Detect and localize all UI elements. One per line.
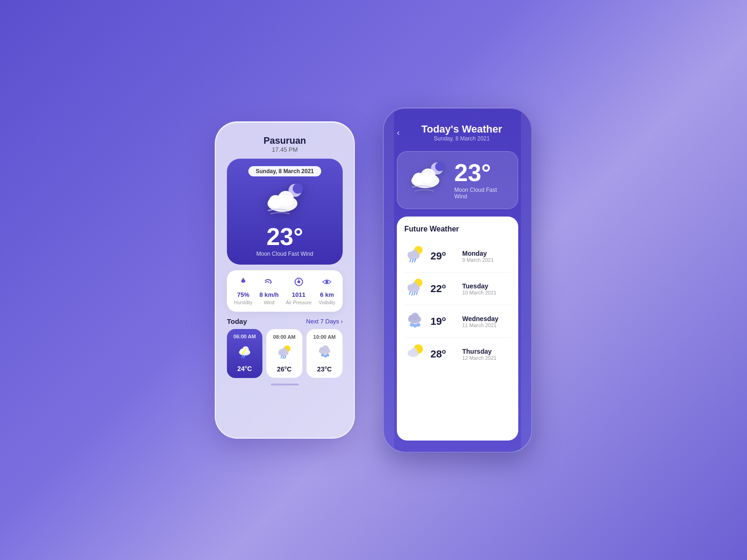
pressure-value: 1011 [292,291,305,298]
svg-point-43 [411,348,417,354]
forecast-date-2: 11 March 2021 [462,322,499,328]
forecast-info-2: Wednesday 11 March 2021 [462,315,499,328]
hourly-time-1: 08:00 AM [273,334,296,340]
phone-2: ‹ Today's Weather Sunday, 8 March 2021 [383,107,532,453]
future-card: Future Weather [397,217,518,441]
hourly-card-0[interactable]: 06:00 AM 24°C [227,329,262,378]
hourly-temp-0: 24°C [237,365,252,372]
forecast-info-0: Monday 9 March 2021 [462,250,493,263]
main-weather-icon [261,180,308,223]
svg-point-1 [293,183,303,194]
today-weather-icon [407,159,449,201]
svg-point-38 [413,324,417,328]
forecast-icon-2 [404,310,425,333]
forecast-date-3: 12 March 2021 [462,355,496,361]
home-indicator [271,384,299,385]
phones-container: Pasuruan 17.45 PM Sunday, 8 March 2021 [215,107,532,453]
svg-point-39 [416,323,420,327]
phone2-content: ‹ Today's Weather Sunday, 8 March 2021 [384,108,531,452]
forecast-day-1: Tuesday [462,282,496,290]
hourly-time-2: 10:00 AM [313,334,336,340]
svg-point-17 [322,345,329,352]
svg-point-37 [410,323,414,327]
today-temp: 23° [454,161,508,185]
city-time: 17.45 PM [263,146,306,153]
forecast-day-3: Thursday [462,348,496,355]
phone2-header: ‹ Today's Weather Sunday, 8 March 2021 [397,123,518,142]
svg-point-22 [435,162,444,171]
hourly-icon-1 [276,343,293,363]
main-desc: Moon Cloud Fast Wind [256,251,313,257]
forecast-info-1: Tuesday 10 March 2021 [462,282,496,295]
forecast-temp-1: 22o [430,282,457,295]
svg-point-6 [297,280,300,283]
forecast-date-1: 10 March 2021 [462,290,496,295]
stat-visibility: 6 km Visibility [318,277,335,305]
phone2-title-block: Today's Weather Sunday, 8 March 2021 [405,123,518,142]
wind-label: Wind [264,300,275,305]
main-temp: 23° [267,224,303,249]
stat-pressure: 1011 Air Pressure [286,277,311,305]
svg-point-29 [411,250,418,256]
humidity-label: Humidity [234,300,253,305]
today-weather-card: 23° Moon Cloud Fast Wind [397,151,518,209]
back-button[interactable]: ‹ [397,128,400,138]
hourly-card-1[interactable]: 08:00 AM 26°C [266,329,303,378]
forecast-icon-0 [404,245,425,267]
chevron-icon: › [341,318,343,325]
next7-link[interactable]: Next 7 Days › [306,318,343,325]
section-header: Today Next 7 Days › [227,317,343,325]
phone-1: Pasuruan 17.45 PM Sunday, 8 March 2021 [215,121,355,439]
forecast-temp-3: 28o [430,348,457,360]
svg-point-4 [278,191,294,207]
visibility-value: 6 km [320,291,334,298]
hourly-icon-2 [316,343,333,363]
main-weather-card: Sunday, 8 March 2021 23° Moon Cloud F [227,159,343,265]
stat-wind: 8 km/h Wind [260,277,279,305]
humidity-value: 75% [237,291,249,298]
hourly-icon-0 [236,342,253,362]
forecast-row-2: 19o Wednesday 11 March 2021 [404,305,511,338]
wind-icon [264,277,274,289]
hourly-temp-1: 26°C [277,365,291,373]
hourly-temp-2: 23°C [317,365,331,373]
humidity-icon [238,277,248,289]
svg-point-18 [321,354,324,357]
stat-humidity: 75% Humidity [234,277,253,305]
visibility-icon [322,277,332,289]
forecast-date-0: 9 March 2021 [462,257,493,263]
hourly-cards: 06:00 AM 24°C 08:00 AM [227,329,343,378]
svg-point-25 [421,168,436,183]
forecast-row-3: 28o Thursday 12 March 2021 [404,338,511,370]
svg-point-33 [411,282,418,289]
today-right: 23° Moon Cloud Fast Wind [454,161,508,200]
wind-value: 8 km/h [260,291,279,298]
forecast-temp-2: 19o [430,315,457,328]
forecast-icon-3 [404,343,425,365]
stats-card: 75% Humidity 8 km/h Wind 1011 Air Pressu… [227,270,343,312]
phone1-header: Pasuruan 17.45 PM [263,135,306,153]
forecast-day-2: Wednesday [462,315,499,322]
city-name: Pasuruan [263,135,306,146]
hourly-card-2[interactable]: 10:00 AM 23°C [306,329,343,378]
forecast-row-1: 22o Tuesday 10 March 2021 [404,273,511,305]
svg-point-36 [411,313,419,320]
hourly-time-0: 06:00 AM [233,334,256,339]
pressure-label: Air Pressure [286,300,311,305]
svg-point-20 [326,354,329,357]
visibility-label: Visibility [318,300,335,305]
svg-point-7 [325,280,328,283]
forecast-icon-1 [404,277,425,300]
phone2-title: Today's Weather [405,123,518,135]
svg-point-14 [282,348,287,353]
forecast-info-3: Thursday 12 March 2021 [462,348,496,361]
forecast-row-0: 29o Monday 9 March 2021 [404,240,511,273]
forecast-temp-0: 29o [430,250,457,262]
forecast-day-0: Monday [462,250,493,257]
today-label: Today [227,317,247,325]
today-desc: Moon Cloud Fast Wind [454,187,508,200]
future-title: Future Weather [404,225,511,233]
date-badge: Sunday, 8 March 2021 [248,166,322,176]
pressure-icon [294,277,304,289]
phone2-subtitle: Sunday, 8 March 2021 [405,135,518,142]
